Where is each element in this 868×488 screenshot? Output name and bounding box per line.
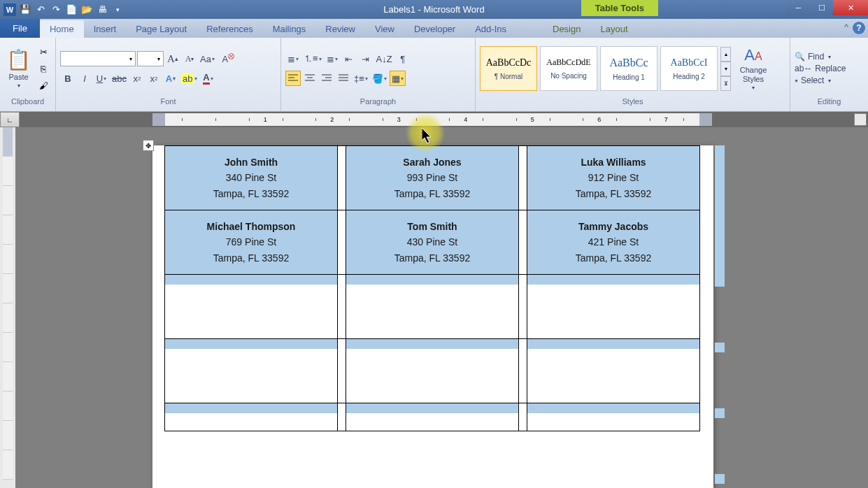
superscript-icon[interactable]: x2: [146, 71, 162, 86]
multilevel-list-icon[interactable]: ≣▾: [325, 51, 340, 66]
increase-indent-icon[interactable]: ⇥: [358, 51, 373, 66]
save-icon[interactable]: 💾: [18, 3, 32, 17]
label-cell[interactable]: Tammy Jacobs 421 Pine St Tampa, FL 33592: [527, 210, 700, 275]
font-color-icon[interactable]: A▾: [200, 71, 215, 86]
font-name-combo[interactable]: ▾: [60, 51, 136, 66]
shading-icon[interactable]: 🪣▾: [371, 71, 388, 86]
clear-formatting-icon[interactable]: A⨂: [218, 51, 233, 66]
change-case-icon[interactable]: Aa▾: [199, 51, 216, 66]
change-styles-button[interactable]: AA Change Styles ▾: [734, 42, 773, 95]
sort-icon[interactable]: A↓Z: [375, 51, 394, 66]
cut-icon[interactable]: ✂: [36, 44, 51, 59]
subscript-icon[interactable]: x2: [129, 71, 145, 86]
tab-design[interactable]: Design: [543, 20, 590, 38]
label-cell[interactable]: [527, 403, 700, 431]
styles-gallery: AaBbCcDc ¶ Normal AaBbCcDdE No Spacing A…: [480, 46, 731, 91]
file-tab[interactable]: File: [0, 19, 40, 38]
justify-icon[interactable]: [336, 71, 351, 86]
new-icon[interactable]: 📄: [64, 3, 78, 17]
label-cell[interactable]: Tom Smith 430 Pine St Tampa, FL 33592: [346, 210, 519, 275]
tab-add-ins[interactable]: Add-Ins: [465, 20, 516, 38]
table-move-handle[interactable]: ✥: [143, 140, 154, 151]
tab-review[interactable]: Review: [315, 20, 365, 38]
print-preview-icon[interactable]: 🖶: [95, 3, 109, 17]
gallery-expand[interactable]: ⊻: [720, 76, 731, 91]
decrease-indent-icon[interactable]: ⇤: [341, 51, 357, 66]
grow-font-icon[interactable]: A▴: [165, 51, 180, 66]
label-spacer: [338, 403, 346, 431]
vertical-ruler[interactable]: [0, 127, 15, 488]
style-heading-2[interactable]: AaBbCcI Heading 2: [660, 46, 718, 91]
font-size-combo[interactable]: ▾: [137, 51, 164, 66]
qat-customize-icon[interactable]: ▾: [111, 3, 124, 17]
style-normal[interactable]: AaBbCcDc ¶ Normal: [480, 46, 537, 91]
label-cell[interactable]: Luka Williams 912 Pine St Tampa, FL 3359…: [527, 146, 700, 210]
title-bar: W 💾 ↶ ↷ 📄 📂 🖶 ▾ Labels1 - Microsoft Word…: [0, 0, 868, 19]
underline-icon[interactable]: U▾: [94, 71, 109, 86]
show-marks-icon[interactable]: ¶: [395, 51, 411, 66]
redo-icon[interactable]: ↷: [49, 3, 63, 17]
label-cell[interactable]: [346, 275, 519, 339]
labels-table[interactable]: John Smith 340 Pine St Tampa, FL 33592 S…: [164, 145, 700, 431]
align-right-icon[interactable]: [319, 71, 334, 86]
tab-selector[interactable]: ∟: [0, 112, 20, 127]
tab-page-layout[interactable]: Page Layout: [126, 20, 197, 38]
find-icon: 🔍: [795, 52, 805, 62]
group-label-paragraph: Paragraph: [285, 97, 471, 111]
shrink-font-icon[interactable]: A▾: [182, 51, 197, 66]
bullets-icon[interactable]: ≣▾: [285, 51, 301, 66]
text-effects-icon[interactable]: A▾: [163, 71, 178, 86]
gallery-scroll-down[interactable]: ▾: [720, 62, 731, 76]
replace-button[interactable]: ab↔Replace: [795, 64, 846, 73]
style-heading-1[interactable]: AaBbCc Heading 1: [600, 46, 657, 91]
borders-icon[interactable]: ▦▾: [390, 71, 406, 86]
italic-icon[interactable]: I: [77, 71, 92, 86]
bold-icon[interactable]: B: [60, 71, 76, 86]
paste-button[interactable]: 📋 Paste ▾: [4, 42, 33, 95]
view-ruler-toggle[interactable]: [854, 113, 867, 126]
strikethrough-icon[interactable]: abc: [111, 71, 128, 86]
minimize-button[interactable]: ─: [787, 0, 810, 15]
label-cell[interactable]: John Smith 340 Pine St Tampa, FL 33592: [165, 146, 338, 210]
tab-developer[interactable]: Developer: [404, 20, 465, 38]
copy-icon[interactable]: ⎘: [36, 61, 51, 76]
gallery-scroll-up[interactable]: ▴: [720, 47, 731, 62]
tab-mailings[interactable]: Mailings: [263, 20, 316, 38]
tab-insert[interactable]: Insert: [84, 20, 127, 38]
label-cell[interactable]: Michael Thompson 769 Pine St Tampa, FL 3…: [165, 210, 338, 275]
label-cell[interactable]: [346, 403, 519, 431]
label-cell[interactable]: [165, 339, 338, 403]
page[interactable]: ✥ John Smith 340 Pine St Tampa, FL 33592…: [152, 145, 713, 488]
open-icon[interactable]: 📂: [80, 3, 94, 17]
highlight-color-icon[interactable]: ab▾: [180, 71, 199, 86]
numbering-icon[interactable]: ⒈≡▾: [302, 51, 323, 66]
close-button[interactable]: ✕: [833, 0, 868, 15]
paste-icon: 📋: [6, 48, 31, 71]
tab-view[interactable]: View: [365, 20, 404, 38]
tab-references[interactable]: References: [197, 20, 262, 38]
line-spacing-icon[interactable]: ‡≡▾: [353, 71, 369, 86]
label-cell[interactable]: [165, 403, 338, 431]
maximize-button[interactable]: ☐: [810, 0, 833, 15]
document-area: ✥ John Smith 340 Pine St Tampa, FL 33592…: [0, 127, 868, 488]
tab-home[interactable]: Home: [40, 20, 84, 38]
label-cell[interactable]: [165, 275, 338, 339]
align-left-icon[interactable]: [285, 71, 301, 86]
horizontal-ruler[interactable]: 1 2 3 4 5 6 7: [152, 113, 712, 126]
select-button[interactable]: ⭑Select▾: [795, 76, 846, 85]
label-cell[interactable]: [346, 339, 519, 403]
find-button[interactable]: 🔍Find▾: [795, 52, 846, 62]
replace-icon: ab↔: [795, 64, 812, 73]
label-cell[interactable]: Sarah Jones 993 Pine St Tampa, FL 33592: [346, 146, 519, 210]
horizontal-ruler-area: ∟ 1 2 3 4 5 6 7: [0, 112, 868, 127]
format-painter-icon[interactable]: 🖌: [36, 78, 51, 93]
align-center-icon[interactable]: [302, 71, 318, 86]
undo-icon[interactable]: ↶: [34, 3, 48, 17]
minimize-ribbon-icon[interactable]: ^: [844, 22, 848, 32]
label-cell[interactable]: [527, 339, 700, 403]
tab-layout[interactable]: Layout: [590, 20, 637, 38]
help-icon[interactable]: ?: [853, 22, 865, 34]
label-spacer: [519, 146, 527, 210]
style-no-spacing[interactable]: AaBbCcDdE No Spacing: [540, 46, 597, 91]
label-cell[interactable]: [527, 275, 700, 339]
